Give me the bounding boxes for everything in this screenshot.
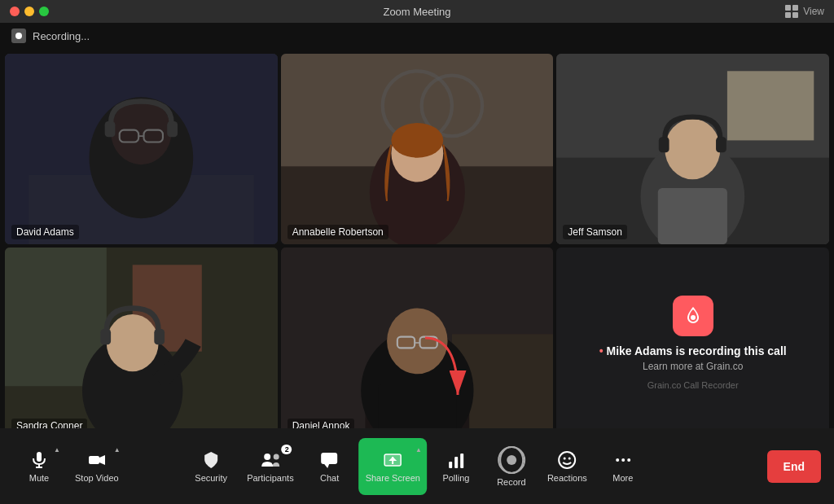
shield-icon xyxy=(201,450,221,470)
recording-indicator xyxy=(11,28,26,43)
more-label: More xyxy=(612,473,633,483)
svg-point-53 xyxy=(264,454,270,460)
more-button[interactable]: More xyxy=(597,438,649,495)
record-label: Record xyxy=(497,477,525,487)
view-button[interactable]: View xyxy=(784,3,824,20)
record-button[interactable]: Record xyxy=(485,438,538,495)
chat-label: Chat xyxy=(320,473,339,483)
grain-message: Mike Adams is recording this call Learn … xyxy=(583,344,803,372)
svg-rect-12 xyxy=(105,121,116,137)
toolbar-right: End xyxy=(767,450,821,483)
svg-point-33 xyxy=(107,314,159,371)
minimize-button[interactable] xyxy=(24,7,34,16)
airbnb-icon xyxy=(681,304,705,328)
svg-point-54 xyxy=(273,454,279,459)
grain-logo xyxy=(673,296,713,336)
video-grid: David Adams xyxy=(0,49,834,428)
share-caret: ▲ xyxy=(415,446,422,454)
svg-point-70 xyxy=(627,458,630,462)
video-background-daniel xyxy=(281,248,554,438)
video-row-top: David Adams xyxy=(5,54,829,244)
video-icon xyxy=(87,450,107,470)
polling-button[interactable]: Polling xyxy=(430,438,482,495)
svg-point-69 xyxy=(621,458,625,462)
title-bar: Zoom Meeting View xyxy=(0,0,834,23)
svg-text:+: + xyxy=(571,451,575,458)
participants-label: Participants xyxy=(247,473,293,483)
window-title: Zoom Meeting xyxy=(383,6,450,18)
grain-recording-text: Mike Adams is recording this call xyxy=(599,344,787,357)
svg-point-25 xyxy=(665,119,721,179)
video-caret: ▲ xyxy=(114,446,121,454)
participant-name-jeff: Jeff Samson xyxy=(563,225,626,239)
record-icon xyxy=(498,446,525,474)
polling-icon xyxy=(446,450,466,470)
grain-learn-more: Learn more at Grain.co xyxy=(599,361,787,372)
video-background-annabelle xyxy=(281,54,554,244)
svg-rect-28 xyxy=(658,188,727,244)
participants-icon xyxy=(260,450,281,470)
video-background-david xyxy=(5,54,278,244)
svg-rect-51 xyxy=(89,456,99,464)
svg-marker-52 xyxy=(99,455,105,465)
svg-point-68 xyxy=(616,458,619,462)
share-screen-icon xyxy=(383,450,402,470)
share-screen-label: Share Screen xyxy=(366,473,420,483)
recording-bar: Recording... xyxy=(0,23,834,49)
svg-rect-0 xyxy=(785,5,791,11)
chat-icon xyxy=(320,450,340,470)
participant-name-david: David Adams xyxy=(11,225,79,239)
grain-footer: Grain.co Call Recorder xyxy=(647,380,739,390)
participant-video-annabelle: Annabelle Robertson xyxy=(281,54,554,244)
share-screen-button[interactable]: ▲ Share Screen xyxy=(359,438,427,495)
participant-video-david: David Adams xyxy=(5,54,278,244)
svg-rect-3 xyxy=(792,12,798,18)
svg-rect-23 xyxy=(727,71,814,140)
reactions-icon: + xyxy=(557,450,577,470)
reactions-button[interactable]: + Reactions xyxy=(541,438,594,495)
more-icon xyxy=(613,450,633,470)
svg-rect-55 xyxy=(322,453,338,464)
chat-button[interactable]: Chat xyxy=(304,438,356,495)
end-button[interactable]: End xyxy=(767,450,821,483)
svg-rect-61 xyxy=(449,462,452,468)
security-button[interactable]: Security xyxy=(185,438,237,495)
david-silhouette xyxy=(5,54,278,244)
svg-rect-1 xyxy=(792,5,798,11)
close-button[interactable] xyxy=(10,7,20,16)
daniel-silhouette xyxy=(281,248,554,438)
video-background-jeff xyxy=(556,54,829,244)
participants-button[interactable]: 2 Participants xyxy=(240,438,300,495)
security-label: Security xyxy=(195,473,227,483)
fullscreen-button[interactable] xyxy=(39,7,49,16)
participant-video-jeff: Jeff Samson xyxy=(556,54,829,244)
mute-caret: ▲ xyxy=(54,446,60,454)
jeff-silhouette xyxy=(556,54,829,244)
video-background-sandra xyxy=(5,248,278,438)
participants-badge: 2 xyxy=(282,445,292,454)
traffic-lights xyxy=(10,7,49,16)
svg-rect-63 xyxy=(460,454,463,468)
svg-point-65 xyxy=(564,457,566,459)
mute-button[interactable]: ▲ Mute xyxy=(13,438,65,495)
svg-rect-35 xyxy=(154,329,165,344)
participant-name-annabelle: Annabelle Robertson xyxy=(288,225,388,239)
grid-icon xyxy=(784,3,800,20)
svg-rect-27 xyxy=(716,137,726,152)
svg-point-46 xyxy=(691,315,696,320)
toolbar: ▲ Mute ▲ Stop Video Security xyxy=(0,428,834,504)
participant-video-sandra: Sandra Conner xyxy=(5,248,278,438)
svg-point-41 xyxy=(387,309,447,375)
toolbar-left: ▲ Mute ▲ Stop Video xyxy=(13,438,125,495)
reactions-label: Reactions xyxy=(547,473,587,483)
stop-video-button[interactable]: ▲ Stop Video xyxy=(68,438,125,495)
svg-rect-34 xyxy=(100,329,111,344)
microphone-icon xyxy=(29,450,49,470)
recording-text: Recording... xyxy=(33,30,90,42)
sandra-silhouette xyxy=(5,248,278,438)
toolbar-center: Security 2 Participants Chat xyxy=(185,438,649,495)
stop-video-label: Stop Video xyxy=(75,473,119,483)
participant-video-daniel: Daniel Annok xyxy=(281,248,554,438)
svg-rect-26 xyxy=(659,137,669,152)
view-label: View xyxy=(803,6,824,17)
